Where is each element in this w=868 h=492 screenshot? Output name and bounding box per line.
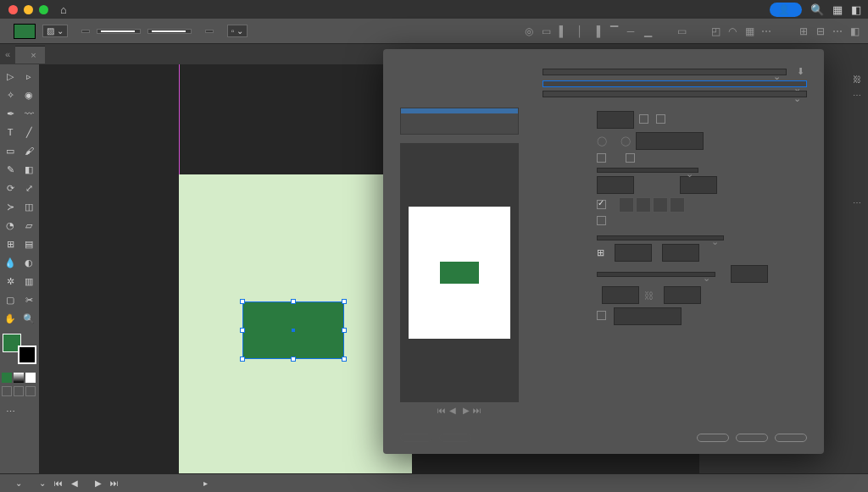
align-center-h-icon[interactable]: │ — [573, 25, 587, 37]
brush-def[interactable] — [147, 29, 192, 34]
category-color[interactable] — [401, 129, 518, 134]
graphic-style[interactable]: ▫ ⌄ — [227, 25, 248, 37]
save-preset-icon[interactable]: ⬇ — [793, 66, 807, 77]
selected-rectangle[interactable] — [242, 301, 344, 359]
save-button[interactable] — [775, 434, 807, 442]
type-tool[interactable]: T — [2, 124, 19, 141]
align-left-icon[interactable]: ▌ — [556, 25, 570, 37]
isolate-icon[interactable]: ◰ — [709, 25, 722, 37]
eraser-tool[interactable]: ◧ — [20, 161, 37, 178]
minimize-window[interactable] — [24, 5, 33, 14]
graph-tool[interactable]: ▥ — [20, 273, 37, 290]
ppd-select[interactable] — [542, 91, 807, 97]
printer-select[interactable] — [542, 80, 807, 87]
preview-last-icon[interactable]: ⏭ — [473, 406, 481, 415]
direct-select-tool[interactable]: ▹ — [20, 68, 37, 85]
panel-menu2-icon[interactable]: ⋯ — [853, 198, 861, 207]
preset-select[interactable] — [542, 69, 787, 75]
slice-tool[interactable]: ✂ — [20, 291, 37, 308]
zoom-window[interactable] — [39, 5, 48, 14]
recolor-icon[interactable]: ◎ — [522, 25, 536, 37]
artboard-nav-last[interactable]: ⏭ — [110, 478, 119, 488]
stroke-profile[interactable] — [97, 29, 141, 34]
eyedropper-tool[interactable]: 💧 — [2, 254, 19, 271]
color-mode[interactable] — [2, 373, 12, 383]
workspace-icon[interactable]: ▦ — [832, 3, 843, 16]
align-bottom-icon[interactable]: ▁ — [641, 25, 654, 37]
align-center-v-icon[interactable]: ─ — [624, 25, 637, 37]
close-window[interactable] — [8, 5, 18, 14]
snap-icon[interactable]: ⊟ — [814, 25, 827, 37]
link-icon[interactable]: ⛓ — [853, 75, 861, 84]
perspective-tool[interactable]: ▱ — [20, 217, 37, 234]
symbol-sprayer-tool[interactable]: ✲ — [2, 273, 19, 290]
draw-behind[interactable] — [14, 386, 24, 396]
width-tool[interactable]: ≻ — [2, 198, 19, 215]
copies-input[interactable] — [597, 111, 634, 129]
blend-tool[interactable]: ◐ — [20, 254, 37, 271]
draw-normal[interactable] — [2, 386, 12, 396]
line-tool[interactable]: ╱ — [20, 124, 37, 141]
document-tab[interactable]: × — [15, 46, 44, 64]
rotate-tool[interactable]: ⟳ — [2, 180, 19, 196]
curvature-tool[interactable]: 〰 — [20, 105, 37, 122]
align-icon[interactable]: ▭ — [539, 25, 553, 37]
panel-toggle-icon[interactable]: ◧ — [848, 25, 861, 37]
edit-toolbar[interactable]: ⋯ — [2, 403, 19, 420]
warp-icon[interactable]: ◠ — [726, 25, 739, 37]
done-button[interactable] — [697, 434, 729, 442]
none-mode[interactable] — [25, 373, 36, 383]
artboard-nav-prev[interactable]: ◀ — [71, 478, 78, 488]
print-layers-select[interactable] — [597, 235, 724, 240]
selection-nav[interactable]: ▸ — [203, 478, 208, 488]
draw-inside[interactable] — [25, 386, 36, 396]
close-tab-icon[interactable]: × — [31, 50, 36, 60]
home-icon[interactable]: ⌂ — [60, 3, 67, 16]
reverse-checkbox[interactable] — [656, 114, 665, 124]
selection-tool[interactable]: ▷ — [2, 68, 19, 85]
fill-stroke-control[interactable] — [3, 334, 36, 364]
panel-menu-icon[interactable]: ⋯ — [853, 91, 861, 100]
artboard-nav-next[interactable]: ▶ — [95, 478, 102, 488]
search-icon[interactable]: 🔍 — [810, 3, 824, 16]
shape-props-icon[interactable]: ▭ — [675, 25, 688, 37]
prefs-icon[interactable]: ⋯ — [831, 25, 844, 37]
stroke-weight-field[interactable] — [81, 30, 90, 33]
hand-tool[interactable]: ✋ — [2, 310, 19, 327]
preview-prev-icon[interactable]: ◀ — [449, 406, 456, 415]
auto-rotate-checkbox[interactable] — [597, 200, 606, 209]
mesh-icon[interactable]: ▦ — [743, 25, 756, 37]
zoom-tool[interactable]: 🔍 — [20, 310, 37, 327]
artboard-tool[interactable]: ▢ — [2, 291, 19, 308]
align-pixel-icon[interactable]: ⊞ — [797, 25, 810, 37]
preview-next-icon[interactable]: ▶ — [463, 406, 470, 415]
align-right-icon[interactable]: ▐ — [590, 25, 604, 37]
magic-wand-tool[interactable]: ✧ — [2, 86, 19, 103]
panel-icon[interactable]: ◧ — [851, 3, 861, 16]
shape-builder-tool[interactable]: ◔ — [2, 217, 19, 234]
align-top-icon[interactable]: ▔ — [607, 25, 620, 37]
placement-x-input[interactable] — [615, 244, 652, 262]
free-transform-tool[interactable]: ◫ — [20, 198, 37, 215]
fill-swatch[interactable] — [14, 24, 36, 39]
paintbrush-tool[interactable]: 🖌 — [20, 142, 37, 159]
cancel-button[interactable] — [736, 434, 768, 442]
rectangle-tool[interactable]: ▭ — [2, 142, 19, 159]
artboard-nav-first[interactable]: ⏮ — [54, 478, 63, 488]
media-size-select[interactable] — [597, 168, 698, 173]
placement-y-input[interactable] — [662, 244, 699, 262]
placement-grid-icon[interactable]: ⊞ — [597, 247, 604, 258]
more-icon[interactable]: ⋯ — [760, 25, 773, 37]
stroke-swatch-none[interactable]: ▨ ⌄ — [42, 25, 68, 37]
gradient-tool[interactable]: ▤ — [20, 235, 37, 252]
lasso-tool[interactable]: ◉ — [20, 86, 37, 103]
gradient-mode[interactable] — [14, 373, 24, 383]
opacity-field[interactable] — [205, 30, 214, 33]
share-button[interactable]: 👤 — [770, 3, 802, 17]
preview-first-icon[interactable]: ⏮ — [437, 406, 446, 415]
scale-tool[interactable]: ⤢ — [20, 180, 37, 196]
shaper-tool[interactable]: ✎ — [2, 161, 19, 178]
ignore-artboards-checkbox[interactable] — [597, 153, 606, 163]
scaling-select[interactable] — [597, 272, 715, 277]
mesh-tool[interactable]: ⊞ — [2, 235, 19, 252]
